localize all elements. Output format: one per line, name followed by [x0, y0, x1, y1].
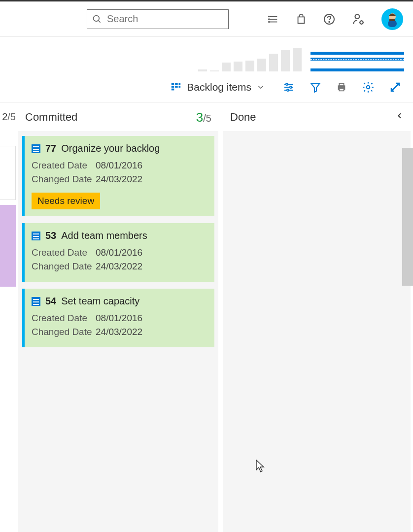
collapse-column-button[interactable] — [396, 111, 404, 124]
svg-rect-31 — [339, 83, 344, 86]
work-item-title: Add team members — [61, 230, 147, 241]
pbi-icon — [32, 297, 40, 306]
avatar[interactable] — [381, 8, 403, 30]
peek-card[interactable] — [0, 146, 16, 200]
sparkline-row — [0, 37, 413, 71]
field-label: Created Date — [32, 247, 96, 258]
search-box[interactable] — [87, 9, 229, 29]
help-icon[interactable] — [323, 13, 335, 25]
svg-point-33 — [367, 85, 370, 89]
fullscreen-icon[interactable] — [389, 81, 401, 93]
work-item-card[interactable]: 54 Set team capacity Created Date08/01/2… — [22, 289, 214, 347]
card-tag[interactable]: Needs review — [32, 193, 100, 209]
svg-point-0 — [94, 15, 100, 21]
global-header — [0, 1, 413, 37]
svg-point-10 — [355, 14, 360, 19]
view-picker[interactable]: Backlog items — [170, 81, 265, 93]
field-value: 08/01/2016 — [96, 160, 142, 171]
field-label: Changed Date — [32, 261, 96, 272]
previous-column-peek: 2/5 — [0, 103, 16, 532]
search-icon — [92, 14, 102, 24]
field-value: 24/03/2022 — [96, 174, 142, 185]
svg-point-6 — [269, 19, 270, 20]
pbi-icon — [32, 144, 40, 153]
svg-rect-32 — [339, 88, 344, 91]
gear-icon[interactable] — [362, 81, 375, 94]
svg-rect-15 — [389, 19, 395, 21]
field-value: 24/03/2022 — [96, 327, 142, 337]
svg-rect-16 — [172, 83, 174, 85]
list-icon[interactable] — [268, 14, 279, 25]
svg-rect-21 — [179, 83, 181, 85]
burndown-chart[interactable] — [310, 44, 404, 71]
svg-rect-14 — [388, 20, 397, 27]
svg-point-26 — [286, 83, 288, 85]
svg-point-9 — [329, 21, 330, 22]
board-grid-icon — [170, 82, 182, 93]
chevron-down-icon — [256, 83, 265, 92]
search-input[interactable] — [107, 13, 206, 25]
velocity-bars[interactable] — [198, 47, 302, 71]
print-icon[interactable] — [336, 82, 347, 93]
work-item-title: Set team capacity — [61, 296, 139, 307]
prev-column-count-limit: /5 — [7, 111, 16, 122]
svg-marker-29 — [311, 83, 320, 92]
column-header: Done — [223, 103, 411, 131]
svg-rect-18 — [172, 88, 174, 90]
user-settings-icon[interactable] — [352, 13, 365, 26]
pbi-icon — [32, 232, 40, 240]
column-count-num: 3 — [196, 110, 203, 125]
column-done: Done — [223, 103, 411, 532]
vertical-scrollbar[interactable] — [402, 148, 413, 286]
svg-line-1 — [99, 20, 101, 22]
svg-rect-20 — [175, 86, 178, 88]
field-value: 08/01/2016 — [96, 247, 142, 258]
svg-line-34 — [391, 83, 399, 91]
column-header: Committed 3/5 — [18, 103, 218, 131]
svg-point-7 — [269, 21, 270, 22]
field-label: Changed Date — [32, 327, 96, 337]
shopping-bag-icon[interactable] — [296, 13, 307, 25]
field-label: Created Date — [32, 160, 96, 171]
column-title: Committed — [25, 111, 77, 124]
field-label: Changed Date — [32, 174, 96, 185]
work-item-title: Organize your backlog — [61, 143, 160, 154]
field-value: 08/01/2016 — [96, 313, 142, 324]
peek-card[interactable] — [0, 205, 16, 287]
filter-icon[interactable] — [310, 81, 321, 93]
work-item-card[interactable]: 53 Add team members Created Date08/01/20… — [22, 223, 214, 282]
svg-point-28 — [287, 89, 289, 91]
work-item-id: 77 — [45, 143, 56, 154]
kanban-board: 2/5 Committed 3/5 77 Organize your backl… — [0, 103, 413, 532]
board-toolbar: Backlog items — [0, 71, 413, 103]
svg-rect-19 — [175, 83, 178, 85]
work-item-card[interactable]: 77 Organize your backlog Created Date08/… — [22, 136, 214, 216]
prev-column-count-num: 2 — [2, 111, 7, 122]
svg-point-27 — [290, 86, 292, 88]
column-committed: Committed 3/5 77 Organize your backlog C… — [18, 103, 218, 532]
svg-rect-22 — [179, 86, 181, 88]
field-value: 24/03/2022 — [96, 261, 142, 272]
view-picker-label: Backlog items — [187, 81, 251, 93]
column-title: Done — [230, 111, 256, 124]
svg-rect-17 — [172, 86, 174, 88]
chevron-left-icon — [396, 111, 404, 121]
work-item-id: 53 — [45, 230, 56, 241]
work-item-id: 54 — [45, 296, 56, 307]
field-label: Created Date — [32, 313, 96, 324]
settings-sliders-icon[interactable] — [283, 81, 295, 93]
svg-point-5 — [269, 16, 270, 17]
column-count-limit: /5 — [203, 113, 211, 124]
